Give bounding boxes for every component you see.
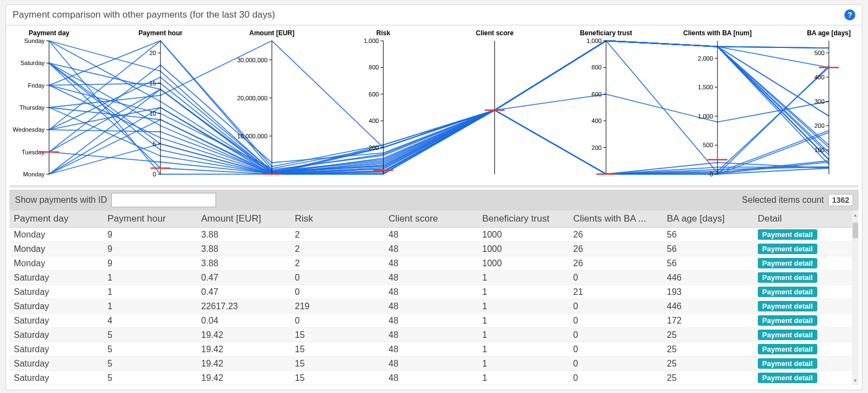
table-row: Monday93.8824810002656Payment detail [9, 242, 859, 256]
svg-text:400: 400 [815, 74, 824, 80]
svg-text:1,500: 1,500 [698, 84, 713, 90]
table-cell: 219 [290, 299, 384, 314]
payment-detail-button[interactable]: Payment detail [758, 373, 817, 383]
table-cell: 0 [290, 285, 384, 299]
table-row: Saturday40.0404810172Payment detail [9, 314, 859, 328]
table-cell: 48 [384, 242, 478, 256]
table-cell: 5 [103, 357, 197, 371]
column-header[interactable]: Amount [EUR] [197, 211, 290, 228]
payment-detail-button[interactable]: Payment detail [758, 258, 817, 268]
table-cell: 1 [478, 299, 569, 314]
table-cell: 0.04 [197, 314, 290, 328]
parallel-coordinates-chart[interactable]: Payment dayMondayTuesdayWednesdayThursda… [6, 25, 862, 185]
svg-text:Amount [EUR]: Amount [EUR] [249, 29, 294, 37]
scrollbar-thumb[interactable] [853, 223, 858, 238]
table-cell: 9 [103, 228, 197, 242]
detail-cell: Payment detail [753, 371, 859, 385]
detail-cell: Payment detail [753, 242, 859, 256]
column-header[interactable]: Detail [753, 211, 859, 228]
filter-bar: Show payments with ID Selected items cou… [9, 190, 859, 211]
svg-text:Friday: Friday [28, 82, 45, 89]
svg-text:1,000: 1,000 [698, 113, 713, 120]
payment-detail-button[interactable]: Payment detail [758, 229, 817, 240]
svg-text:5: 5 [153, 141, 156, 147]
svg-text:Thursday: Thursday [19, 104, 45, 111]
scroll-down-icon[interactable]: ▼ [853, 378, 858, 383]
payment-detail-button[interactable]: Payment detail [758, 272, 817, 283]
table-cell: 1 [478, 328, 569, 342]
svg-text:20,000,000: 20,000,000 [237, 95, 267, 101]
table-header-row: Payment dayPayment hourAmount [EUR]RiskC… [9, 211, 859, 228]
table-cell: Saturday [9, 342, 103, 357]
detail-cell: Payment detail [753, 299, 859, 314]
table-cell: 5 [103, 342, 197, 357]
svg-text:Sunday: Sunday [24, 37, 45, 44]
svg-text:Beneficiary trust: Beneficiary trust [580, 29, 632, 37]
payments-table-wrap: Payment dayPayment hourAmount [EUR]RiskC… [9, 211, 859, 385]
table-cell: 25 [662, 371, 753, 385]
table-cell: 56 [662, 228, 753, 242]
table-cell: 3.88 [197, 242, 290, 256]
svg-text:2,000: 2,000 [698, 55, 713, 62]
payment-comparison-panel: Payment comparison with other payments (… [6, 4, 862, 390]
payment-detail-button[interactable]: Payment detail [758, 344, 817, 354]
payment-detail-button[interactable]: Payment detail [758, 301, 817, 311]
table-cell: 0 [569, 371, 662, 385]
payments-table: Payment dayPayment hourAmount [EUR]RiskC… [9, 211, 859, 385]
svg-text:Payment day: Payment day [29, 29, 69, 37]
svg-text:600: 600 [369, 91, 379, 98]
table-cell: 9 [103, 242, 197, 256]
table-cell: 48 [384, 285, 478, 299]
table-cell: 0 [290, 314, 384, 328]
table-cell: 2 [290, 242, 384, 256]
payment-detail-button[interactable]: Payment detail [758, 244, 817, 254]
help-icon[interactable]: ? [844, 9, 855, 20]
table-cell: 48 [384, 328, 478, 342]
table-cell: 0 [569, 299, 662, 314]
column-header[interactable]: Clients with BA ... [569, 211, 662, 228]
table-cell: 15 [290, 342, 384, 357]
column-header[interactable]: Beneficiary trust [478, 211, 569, 228]
table-cell: Monday [9, 242, 103, 256]
table-cell: 0 [569, 314, 662, 328]
table-cell: 19.42 [197, 342, 290, 357]
scroll-up-icon[interactable]: ▲ [853, 213, 858, 218]
table-row: Saturday519.4215481025Payment detail [9, 328, 859, 342]
table-row: Saturday519.4215481025Payment detail [9, 371, 859, 385]
table-cell: 1000 [478, 256, 569, 271]
payment-detail-button[interactable]: Payment detail [758, 315, 817, 326]
payment-detail-button[interactable]: Payment detail [758, 330, 817, 340]
table-cell: 25 [662, 342, 753, 357]
table-cell: 48 [384, 228, 478, 242]
payment-detail-button[interactable]: Payment detail [758, 287, 817, 297]
column-header[interactable]: Payment hour [103, 211, 197, 228]
scrollbar[interactable]: ▲ ▼ [852, 211, 859, 385]
detail-cell: Payment detail [753, 314, 859, 328]
column-header[interactable]: Payment day [9, 211, 103, 228]
table-cell: 15 [290, 328, 384, 342]
svg-text:600: 600 [591, 91, 601, 98]
table-cell: 48 [384, 299, 478, 314]
svg-text:Risk: Risk [376, 29, 391, 37]
table-cell: 1 [478, 357, 569, 371]
svg-text:10,000,000: 10,000,000 [237, 133, 267, 139]
table-cell: 22617.23 [197, 299, 290, 314]
column-header[interactable]: BA age [days] [662, 211, 753, 228]
column-header[interactable]: Client score [384, 211, 478, 228]
column-header[interactable]: Risk [290, 211, 384, 228]
table-cell: 1 [478, 314, 569, 328]
table-cell: 19.42 [197, 371, 290, 385]
svg-text:1,000: 1,000 [364, 37, 379, 44]
filter-id-input[interactable] [111, 193, 216, 207]
detail-cell: Payment detail [753, 285, 859, 299]
svg-text:200: 200 [591, 144, 601, 151]
table-cell: 26 [569, 242, 662, 256]
table-cell: 0 [569, 271, 662, 285]
svg-text:Wednesday: Wednesday [13, 126, 45, 133]
detail-cell: Payment detail [753, 357, 859, 371]
chart-separator [9, 185, 859, 187]
table-cell: 48 [384, 357, 478, 371]
table-cell: 48 [384, 314, 478, 328]
payment-detail-button[interactable]: Payment detail [758, 358, 817, 369]
table-cell: 56 [662, 242, 753, 256]
